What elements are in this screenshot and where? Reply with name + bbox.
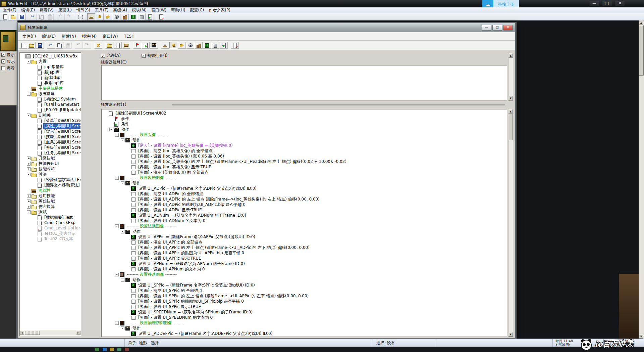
function-line[interactable]: --------- 设置攻击图像 -------- [103,175,506,180]
functions-scrollbar[interactable]: ▲ ▼ [508,109,513,337]
scroll-thumb[interactable] [508,114,513,140]
terrain-editor-button[interactable] [87,13,95,20]
function-line[interactable]: -动作 [103,127,506,132]
trigger-editor-button[interactable] [169,42,177,49]
trigger-editor-titlebar[interactable]: 触发编辑器 — □ ✕ [18,23,515,32]
function-line[interactable]: -动作 [103,137,506,143]
expander[interactable]: + [26,194,31,198]
function-line[interactable]: [界面] - 设置 UI_APNum 的文本为 0 [103,266,506,272]
tree-item[interactable]: [漂浮文本移动算法] FlyTextMov [20,182,80,188]
open-button[interactable] [28,42,36,49]
tree-item[interactable]: Cmd_CheckExp [20,220,80,225]
function-line[interactable]: 设置 UI_ADDEFPic = (新建Frame 名字:ADDEFPic 父节… [103,331,506,336]
menu-item[interactable]: 工具(T) [93,7,111,13]
scroll-thumb[interactable] [639,25,644,76]
expander[interactable]: - [120,278,125,282]
function-line[interactable]: [界面] - 设置 (loc_英雄头像) 显示:TRUE [103,164,506,170]
object-editor-button[interactable] [186,42,194,49]
view-option-checkbox[interactable]: 察看 [0,65,17,72]
collapse-icon[interactable]: - [121,326,124,330]
terrain-editor-button[interactable] [161,42,169,49]
view-option-checkbox[interactable]: ✓显示 [0,51,17,58]
collapse-icon[interactable]: - [121,138,124,142]
paste-button[interactable] [46,13,54,20]
expander[interactable]: - [120,230,125,233]
function-line[interactable]: --------- 设置法强图像 -------- [103,223,506,229]
tree-item[interactable]: -算法 [20,172,80,177]
scroll-left-icon[interactable]: ◄ [20,331,24,335]
tree-item[interactable]: 新japi库 [20,70,80,75]
scroll-up-icon[interactable]: ▲ [639,20,643,25]
function-line[interactable]: [界面] - 清空 UI_APPic 的 全部锚点 [103,239,506,245]
cut-button[interactable] [47,42,55,49]
function-line[interactable]: [界面] - 设置 UI_APPic 的贴图为:UI_APPic.blp 是否平… [103,250,506,256]
collapse-icon[interactable]: - [115,176,119,180]
expander[interactable]: + [26,162,31,166]
function-line[interactable]: 设置 UI_APPic = (新建Frame 名字:APPic 父节点:(游戏U… [103,234,506,239]
object-manager-button[interactable] [138,13,146,20]
collapse-icon[interactable]: - [27,92,31,96]
function-line[interactable]: [界面] - 清空 (loc_英雄头像) 的 全部锚点 [103,148,506,153]
tree-item[interactable]: -测试 [20,209,80,215]
expander[interactable]: + [26,157,31,160]
menu-item[interactable]: 情节(S) [74,7,93,13]
main-vertical-scrollbar[interactable]: ▲ ▼ [639,20,644,339]
tree-horizontal-scrollbar[interactable]: ◄ ► [20,330,80,336]
tree-item[interactable]: [血条][界面UI] ScreenUI05 [20,139,80,145]
sound-editor-button[interactable] [104,13,112,20]
scroll-up-icon[interactable]: ▲ [508,53,513,58]
new-event-button[interactable] [133,42,141,49]
scroll-down-icon[interactable]: ▼ [508,332,513,337]
minimap[interactable] [1,32,15,51]
maximize-button[interactable]: □ [492,25,502,31]
menu-item[interactable]: 模块(M) [129,7,149,13]
menu-item[interactable]: TESH [121,33,138,39]
taskbar-icon[interactable] [125,348,129,351]
collapse-icon[interactable]: - [27,114,31,117]
tree-item[interactable]: +技能按钮UI [20,161,80,166]
tree-item[interactable]: 主要系统搭建 [20,86,80,91]
collapse-icon[interactable]: - [115,133,119,137]
sound-editor-button[interactable] [178,42,186,49]
collapse-icon[interactable]: - [121,181,124,185]
syntax-check-button[interactable] [157,13,165,20]
tree-item[interactable]: +英雄技能 [20,199,80,204]
scroll-thumb[interactable] [24,331,40,335]
delete-button[interactable] [94,42,102,49]
tree-item[interactable]: [CC]·óØ_j_UI0513.w3x [20,53,80,59]
menu-item[interactable]: 察看(V) [37,7,56,13]
collapse-icon[interactable]: - [115,224,119,228]
tree-item[interactable]: Test01_伤害显示 [20,231,80,236]
expander[interactable]: - [115,224,119,228]
function-line[interactable]: -动作 [103,277,506,282]
expander[interactable]: - [109,128,113,131]
collapse-icon[interactable]: - [121,278,124,282]
function-line[interactable]: [界面] - 设置 UI_SPPic 的 左上 锚点 (跟随Frame-->UI… [103,293,506,299]
tree-item[interactable]: [经验值需求算法] ExpNeed [20,177,80,182]
import-manager-button[interactable] [220,42,228,49]
expand-icon[interactable]: + [27,167,31,171]
tree-item[interactable]: Test02_CD文本 [20,236,80,241]
expander[interactable]: - [26,92,31,96]
expand-icon[interactable]: + [27,162,31,166]
comment-scrollbar[interactable]: ▲ ▼ [508,53,513,101]
new-category-button[interactable] [105,42,113,49]
function-line[interactable]: [界面] - 设置 UI_SPPic 显示:TRUE [103,304,506,309]
tree-item[interactable]: [属性][界面UI] ScreenUI02 [20,123,80,129]
minimize-button[interactable]: — [590,1,599,6]
menu-item[interactable]: 新建(N) [59,33,79,40]
initially-on-checkbox[interactable]: ✓ 初始打开(I) [142,53,168,58]
function-line[interactable]: [界面] - 设置 UI_ADNum 的文本为 0 [103,218,506,223]
redo-button[interactable] [83,42,91,49]
expander[interactable]: - [115,133,119,137]
function-line[interactable]: [界面] - 设置 UI_APPic 的 左上 锚点 (跟随Frame-->UI… [103,245,506,250]
enabled-checkbox[interactable]: ✓ 允许(A) [101,53,121,58]
function-line[interactable]: [界面] - 设置 UI_ADPic 显示:TRUE [103,207,506,213]
menu-item[interactable]: 编辑(E) [19,7,37,13]
function-line[interactable]: [界面] - 设置 UI_SPEEDNum 的文本为 0 [103,315,506,320]
tree-item[interactable]: Cmd_Level UpHero [20,225,80,231]
tree-item[interactable]: [任务][界面UI] ScreenUI07 [20,150,80,156]
expander[interactable]: + [26,200,31,203]
tree-item[interactable]: -系统搭建 [20,91,80,96]
new-comment-button[interactable] [122,42,130,49]
